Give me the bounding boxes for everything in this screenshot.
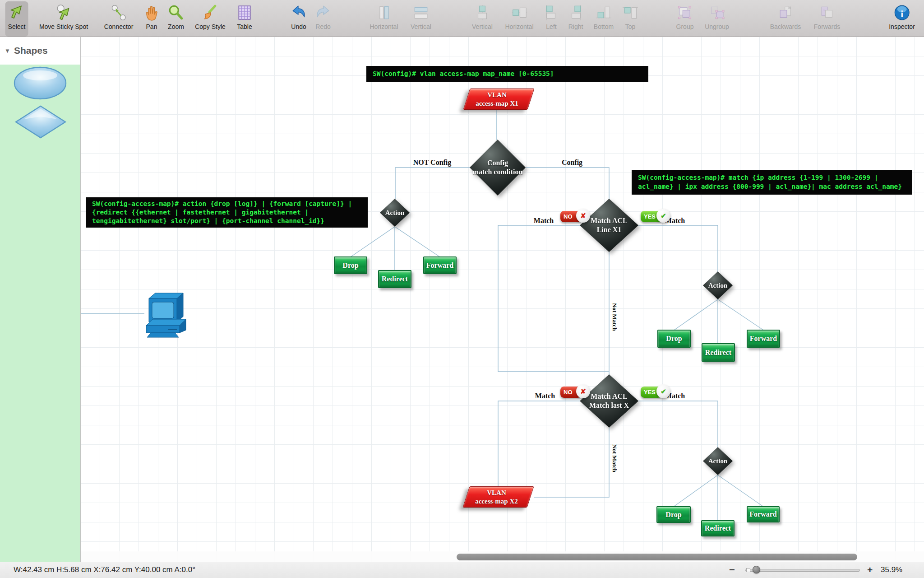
send-backwards-icon — [777, 3, 794, 23]
align-left-icon — [543, 3, 560, 23]
node-vlan-access-map-x1[interactable]: VLAN access-map X1 — [460, 89, 534, 110]
node-label: Forward — [426, 261, 453, 270]
ungroup-icon — [708, 3, 725, 23]
tool-inspector[interactable]: i Inspector — [886, 1, 918, 37]
tool-label: Redo — [315, 23, 330, 30]
tool-group[interactable]: Group — [674, 1, 697, 37]
tool-label: Connector — [104, 23, 134, 30]
node-match-acl-line-x1[interactable]: Match ACL Line X1 — [580, 199, 638, 252]
tool-label: Select — [8, 23, 26, 30]
node-action-1[interactable]: Action — [380, 199, 410, 227]
tool-send-backwards[interactable]: Backwards — [767, 1, 804, 37]
tool-zoom[interactable]: Zoom — [165, 1, 187, 37]
tool-ungroup[interactable]: Ungroup — [702, 1, 732, 37]
diagram-canvas[interactable]: SW(config)# vlan access-map map_name [0-… — [80, 37, 924, 562]
no-badge: NO ✘ — [560, 384, 590, 401]
node-match-acl-match-last-x[interactable]: Match ACL Match last X — [580, 374, 638, 428]
inspector-info-icon: i — [893, 3, 910, 23]
cli-text: SW(config-access-map)# match {ip address… — [638, 173, 906, 182]
tool-label: Vertical — [472, 23, 493, 30]
tool-align-top[interactable]: Top — [619, 1, 642, 37]
cli-text: {redirect {{ethernet | fastethernet | gi… — [92, 208, 361, 217]
tool-move-sticky-spot[interactable]: Move Sticky Spot — [37, 1, 91, 37]
node-forward-3[interactable]: Forward — [747, 506, 780, 522]
tool-label: Ungroup — [705, 23, 729, 30]
tool-label: Pan — [146, 23, 157, 30]
cli-box-vlan-access-map[interactable]: SW(config)# vlan access-map map_name [0-… — [366, 66, 648, 82]
toolbar: Select Move Sticky Spot Connector Pan Zo… — [0, 0, 924, 37]
shapes-section-header[interactable]: ▼ Shapes — [0, 37, 80, 65]
tool-connector[interactable]: Connector — [102, 1, 136, 37]
selection-geometry-readout: W:42.43 cm H:5.68 cm X:76.42 cm Y:40.00 … — [14, 562, 195, 578]
zoom-out-button[interactable]: − — [729, 562, 735, 577]
tool-label: Bottom — [594, 23, 614, 30]
node-label: match condition — [473, 168, 523, 177]
horizontal-scrollbar-thumb[interactable] — [457, 554, 857, 560]
node-forward-1[interactable]: Forward — [423, 256, 457, 274]
tool-undo[interactable]: Undo — [287, 1, 310, 37]
node-drop-1[interactable]: Drop — [334, 256, 367, 274]
tool-copy-style[interactable]: Copy Style — [192, 1, 228, 37]
tool-align-horizontal[interactable]: Horizontal — [367, 1, 401, 37]
zoom-slider-knob[interactable] — [753, 566, 760, 573]
group-icon — [676, 3, 693, 23]
node-label: Drop — [666, 335, 682, 343]
tool-label: Inspector — [889, 23, 915, 30]
tool-redo[interactable]: Redo — [312, 1, 334, 37]
connector-lines — [80, 37, 924, 562]
distribute-horizontal-icon — [511, 3, 528, 23]
node-label: Redirect — [705, 524, 731, 532]
tool-pan[interactable]: Pan — [140, 1, 163, 37]
zoom-percentage-readout: 35.9% — [881, 562, 902, 578]
tool-align-vertical[interactable]: Vertical — [408, 1, 434, 37]
node-redirect-2[interactable]: Redirect — [702, 343, 735, 362]
align-horizontal-icon — [375, 3, 393, 23]
tool-label: Left — [546, 23, 556, 30]
node-redirect-1[interactable]: Redirect — [378, 270, 411, 288]
workstation-computer-icon[interactable] — [144, 290, 189, 340]
node-redirect-3[interactable]: Redirect — [701, 520, 735, 536]
tool-select[interactable]: Select — [5, 1, 28, 37]
yes-badge: YES ✔ — [641, 209, 670, 225]
pan-hand-icon — [143, 3, 160, 23]
red-cross-icon: ✘ — [576, 209, 590, 223]
node-action-2[interactable]: Action — [703, 271, 733, 299]
tool-label: Top — [625, 23, 636, 30]
stencil-diamond-shape[interactable] — [14, 105, 67, 141]
brush-icon — [202, 3, 219, 23]
disclosure-triangle-icon[interactable]: ▼ — [5, 47, 10, 54]
node-label: Line X1 — [597, 225, 622, 234]
node-label: Forward — [750, 335, 777, 343]
node-config-match-condition[interactable]: Config match condition — [470, 140, 526, 196]
magnifier-icon — [167, 3, 185, 23]
node-vlan-access-map-x2[interactable]: VLAN access-map X2 — [460, 486, 533, 508]
zoom-slider-origin-mark — [746, 568, 750, 572]
node-forward-2[interactable]: Forward — [747, 330, 780, 348]
node-label: Drop — [665, 511, 681, 519]
cli-box-action[interactable]: SW(config-access-map)# action {drop [log… — [86, 197, 368, 228]
edge-label-not-match: Not Match — [611, 444, 618, 472]
tool-distribute-horizontal[interactable]: Horizontal — [502, 1, 536, 37]
tool-distribute-vertical[interactable]: Vertical — [469, 1, 495, 37]
node-drop-2[interactable]: Drop — [657, 330, 691, 348]
node-action-3[interactable]: Action — [703, 447, 733, 475]
align-bottom-icon — [595, 3, 612, 23]
select-cursor-icon — [8, 3, 25, 23]
tool-align-bottom[interactable]: Bottom — [591, 1, 616, 37]
tool-label: Horizontal — [505, 23, 533, 30]
cli-text: acl_name} | ipx address {800-999 | acl_n… — [638, 182, 906, 191]
connector-icon — [110, 3, 127, 23]
tool-bring-forwards[interactable]: Forwards — [811, 1, 843, 37]
align-top-icon — [622, 3, 639, 23]
cli-box-match[interactable]: SW(config-access-map)# match {ip address… — [632, 170, 912, 195]
zoom-slider-track[interactable] — [745, 569, 860, 572]
tool-align-right[interactable]: Right — [564, 1, 587, 37]
node-drop-3[interactable]: Drop — [656, 506, 691, 523]
tool-table[interactable]: Table — [233, 1, 256, 37]
tool-align-left[interactable]: Left — [540, 1, 563, 37]
stencil-ellipse-shape[interactable] — [13, 66, 67, 102]
zoom-in-button[interactable]: + — [867, 562, 873, 577]
undo-arrow-icon — [290, 3, 307, 23]
bring-forwards-icon — [818, 3, 836, 23]
shapes-sidebar: ▼ Shapes — [0, 37, 81, 562]
